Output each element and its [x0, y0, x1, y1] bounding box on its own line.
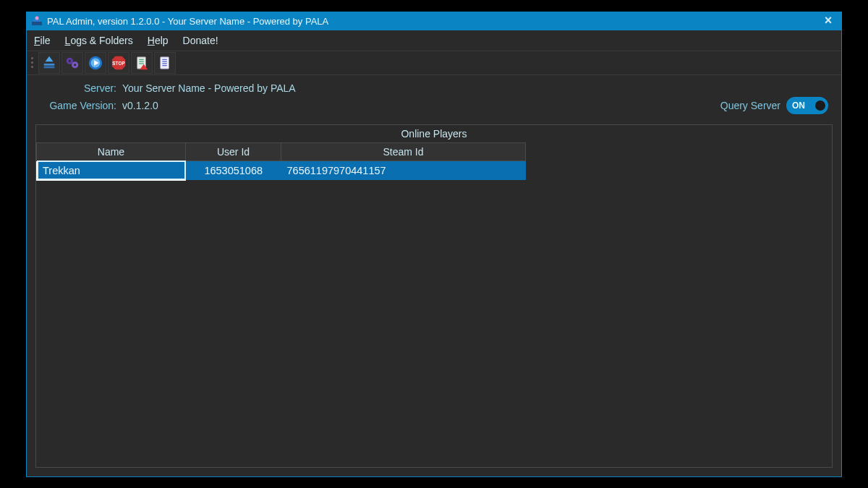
- app-icon: [31, 15, 43, 27]
- toolbar-grip: [30, 53, 35, 72]
- menu-logs[interactable]: Logs & Folders: [64, 33, 135, 48]
- svg-marker-5: [46, 56, 54, 61]
- menu-help[interactable]: Help: [146, 33, 170, 48]
- table-row[interactable]: Trekkan 1653051068 76561197970441157: [37, 160, 526, 180]
- gears-icon: [64, 55, 80, 71]
- window-title: PAL Admin, version 1.2.0.0 - Your Server…: [47, 16, 328, 27]
- menu-bar: File Logs & Folders Help Donate!: [27, 30, 841, 51]
- toolbar-list-button[interactable]: [154, 52, 176, 74]
- play-icon: [88, 55, 103, 71]
- toggle-on-label: ON: [792, 100, 805, 111]
- info-panel: Server: Your Server Name - Powered by PA…: [27, 75, 841, 120]
- version-label: Game Version:: [35, 100, 122, 111]
- svg-point-2: [35, 17, 39, 20]
- svg-point-7: [69, 59, 71, 61]
- toolbar-log-button[interactable]: [131, 52, 153, 74]
- cell-steamid: 76561197970441157: [281, 160, 526, 180]
- upload-icon: [41, 55, 57, 71]
- players-table: Name User Id Steam Id Trekkan 1653051068…: [36, 142, 526, 181]
- svg-rect-4: [44, 63, 55, 65]
- title-bar: PAL Admin, version 1.2.0.0 - Your Server…: [27, 12, 841, 30]
- svg-rect-0: [32, 22, 42, 25]
- server-value: Your Server Name - Powered by PALA: [122, 82, 673, 94]
- table-title: Online Players: [36, 125, 832, 142]
- col-header-name[interactable]: Name: [37, 142, 186, 160]
- version-value: v0.1.2.0: [122, 100, 673, 111]
- stop-icon: STOP: [111, 55, 127, 71]
- toolbar: STOP: [27, 51, 841, 75]
- toolbar-start-button[interactable]: [85, 52, 106, 74]
- toolbar-stop-button[interactable]: STOP: [108, 52, 129, 74]
- menu-file[interactable]: File: [33, 33, 52, 48]
- svg-point-9: [74, 64, 76, 66]
- toolbar-settings-button[interactable]: [61, 52, 83, 74]
- cell-userid: 1653051068: [186, 160, 281, 180]
- toolbar-upload-button[interactable]: [38, 52, 60, 74]
- document-alert-icon: [134, 55, 150, 71]
- col-header-steamid[interactable]: Steam Id: [281, 142, 526, 160]
- server-label: Server:: [35, 82, 122, 94]
- svg-rect-3: [44, 66, 55, 68]
- menu-donate[interactable]: Donate!: [182, 33, 220, 48]
- document-list-icon: [157, 55, 173, 71]
- close-button[interactable]: ×: [821, 14, 835, 28]
- svg-text:STOP: STOP: [112, 60, 125, 65]
- col-header-userid[interactable]: User Id: [186, 142, 281, 160]
- svg-rect-20: [161, 56, 169, 69]
- toggle-knob: [815, 100, 825, 111]
- query-server-label: Query Server: [720, 100, 780, 111]
- app-window: PAL Admin, version 1.2.0.0 - Your Server…: [26, 12, 842, 477]
- query-server-toggle[interactable]: ON: [786, 97, 828, 114]
- online-players-panel: Online Players Name User Id Steam Id Tre…: [35, 124, 833, 468]
- cell-name: Trekkan: [37, 160, 186, 180]
- table-header-row: Name User Id Steam Id: [37, 142, 526, 160]
